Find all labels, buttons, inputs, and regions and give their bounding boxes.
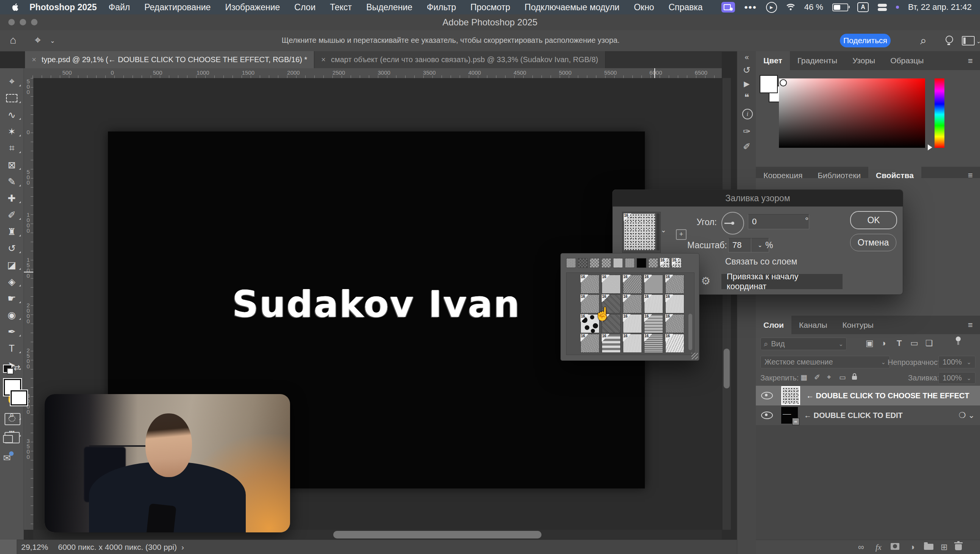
pattern-mini-swatch[interactable] <box>566 258 576 268</box>
pattern-preview-scrollbar[interactable] <box>657 213 660 251</box>
pattern-mini-swatch[interactable]: 16 <box>660 258 670 268</box>
eyedropper-tool[interactable]: ✎ <box>0 174 24 189</box>
lock-artboard-icon[interactable]: ▭ <box>839 373 846 382</box>
input-language-badge[interactable]: A <box>858 2 869 12</box>
search-icon[interactable]: ⌕ <box>920 34 927 47</box>
background-color-swatch[interactable] <box>11 390 27 406</box>
tab-close-icon[interactable]: × <box>32 55 37 64</box>
new-adjustment-layer-icon[interactable]: ◑ <box>910 542 915 552</box>
link-with-layer-label[interactable]: Связать со слоем <box>725 257 797 267</box>
menubar-clock[interactable]: Вт, 22 апр. 21:42 <box>908 2 972 12</box>
pattern-preview-box[interactable]: 16 <box>622 212 661 253</box>
lightbulb-icon[interactable] <box>945 36 953 43</box>
blend-mode-dropdown[interactable]: Жесткое смешение ⌄ <box>760 356 890 368</box>
filter-type-layers-icon[interactable]: T <box>897 338 902 348</box>
layers-panel-menu-icon[interactable]: ≡ <box>968 320 972 330</box>
pattern-swatch[interactable]: 16 <box>623 294 642 313</box>
layer-visibility-icon[interactable] <box>761 392 773 399</box>
lasso-tool[interactable]: ∿ <box>0 107 24 122</box>
angle-dial[interactable] <box>721 212 744 235</box>
layer-row-effect[interactable]: ← DOUBLE CLICK TO CHOOSE THE EFFECT <box>756 386 980 406</box>
marquee-tool[interactable] <box>0 91 24 106</box>
menu-item-6[interactable]: Выделение <box>359 2 420 13</box>
pattern-dropdown-chevron-icon[interactable]: ⌄ <box>661 226 666 234</box>
chevron-down-icon[interactable]: ⌄ <box>50 37 55 44</box>
pattern-swatch[interactable]: 16 <box>602 275 620 294</box>
home-icon[interactable]: ⌂ <box>10 34 16 46</box>
layers-search-field[interactable]: ⌕ Вид ⌄ <box>760 338 847 350</box>
delete-layer-icon[interactable] <box>955 544 962 550</box>
saturation-brightness-field[interactable] <box>779 78 925 148</box>
actions-panel-icon[interactable]: ▶ <box>737 79 756 88</box>
dialog-title[interactable]: Заливка узором <box>612 190 903 206</box>
pattern-mini-swatch[interactable] <box>613 258 623 268</box>
document-tab-active[interactable]: × type.psd @ 29,1% (← DOUBLE CLICK TO CH… <box>25 51 314 68</box>
menu-item-4[interactable]: Слои <box>287 2 323 13</box>
new-group-icon[interactable] <box>924 544 934 550</box>
pattern-swatch[interactable]: 16 <box>623 334 642 353</box>
hue-slider-arrow[interactable] <box>928 144 932 150</box>
hue-slider[interactable] <box>935 78 944 148</box>
eraser-tool[interactable]: ◪ <box>0 257 24 273</box>
pattern-mini-swatch[interactable] <box>648 258 658 268</box>
pattern-swatch[interactable]: 16 <box>623 275 642 294</box>
screen-share-icon[interactable] <box>721 2 735 13</box>
tab-color[interactable]: Цвет <box>756 51 790 70</box>
layer-thumbnail[interactable]: ∞ <box>781 407 798 424</box>
angle-input[interactable]: 0 <box>748 214 809 229</box>
new-layer-icon[interactable]: ⊞ <box>940 542 947 552</box>
layer-effects-icon[interactable]: fx <box>875 542 881 552</box>
pattern-swatch[interactable]: 16 <box>644 314 663 333</box>
pattern-swatch[interactable]: 16 <box>665 314 684 333</box>
play-circle-icon[interactable]: ▶ <box>766 2 777 13</box>
workspace-switcher-icon[interactable] <box>962 36 975 45</box>
move-tool-options-icon[interactable]: ⌖ <box>35 34 41 46</box>
brush-tool[interactable]: ✐ <box>0 207 24 222</box>
info-panel-icon[interactable]: i <box>742 109 753 119</box>
popup-resize-grip[interactable] <box>692 353 698 359</box>
gear-icon[interactable]: ⚙ <box>701 275 710 287</box>
screen-mode-button[interactable] <box>5 432 20 443</box>
pattern-preview-thumb[interactable]: 16 <box>624 214 655 250</box>
clone-stamp-tool[interactable]: ♜ <box>0 224 24 239</box>
layer-filter-toggle-icon[interactable] <box>956 337 961 342</box>
layer-name[interactable]: ← DOUBLE CLICK TO EDIT <box>804 411 903 420</box>
frame-tool[interactable]: ⊠ <box>0 157 24 172</box>
swap-colors-icon[interactable]: ⇄ <box>11 363 24 372</box>
pattern-mini-swatch[interactable]: 16 <box>672 258 682 268</box>
lock-position-icon[interactable]: ⌖ <box>827 373 831 381</box>
opacity-field[interactable]: 100% ⌄ <box>939 356 975 368</box>
pattern-mini-swatch[interactable] <box>636 258 646 268</box>
menu-item-9[interactable]: Подключаемые модули <box>517 2 627 13</box>
wifi-icon[interactable] <box>786 4 795 11</box>
tab-swatches[interactable]: Образцы <box>883 51 931 70</box>
tab-gradients[interactable]: Градиенты <box>790 51 845 70</box>
control-center-icon[interactable] <box>878 4 887 11</box>
more-dots-icon[interactable]: ••• <box>744 2 757 13</box>
menu-item-10[interactable]: Окно <box>627 2 661 13</box>
pattern-swatch[interactable]: 16 <box>644 294 663 313</box>
pattern-mini-swatch[interactable] <box>625 258 635 268</box>
tab-patterns[interactable]: Узоры <box>845 51 883 70</box>
new-pattern-button[interactable]: + <box>676 229 687 240</box>
foreground-color-swatch-panel[interactable] <box>760 75 778 93</box>
zoom-level-field[interactable]: 29,12% <box>21 543 48 552</box>
ok-button[interactable]: OK <box>850 211 897 229</box>
comment-tool-icon[interactable]: ✉ <box>3 453 11 463</box>
status-chevron-icon[interactable]: › <box>181 543 184 552</box>
vertical-ruler[interactable]: 5000500100015002000250030003500 <box>24 78 34 530</box>
quick-mask-button[interactable] <box>5 413 21 425</box>
app-menu-title[interactable]: Photoshop 2025 <box>30 2 97 13</box>
tab-paths[interactable]: Контуры <box>835 316 881 334</box>
link-layers-icon[interactable]: ∞ <box>858 542 864 552</box>
vertical-scrollbar-thumb[interactable] <box>724 349 730 388</box>
gradient-tool[interactable]: ◈ <box>0 274 24 289</box>
menu-item-7[interactable]: Фильтр <box>420 2 463 13</box>
pattern-swatch[interactable]: 16 <box>665 334 684 353</box>
tab-close-icon[interactable]: × <box>321 55 326 64</box>
pattern-swatch[interactable]: 16 <box>644 275 663 294</box>
menu-item-1[interactable]: Файл <box>102 2 137 13</box>
tab-channels[interactable]: Каналы <box>791 316 835 334</box>
menu-item-3[interactable]: Изображение <box>218 2 287 13</box>
pattern-swatch[interactable]: 16 <box>665 275 684 294</box>
